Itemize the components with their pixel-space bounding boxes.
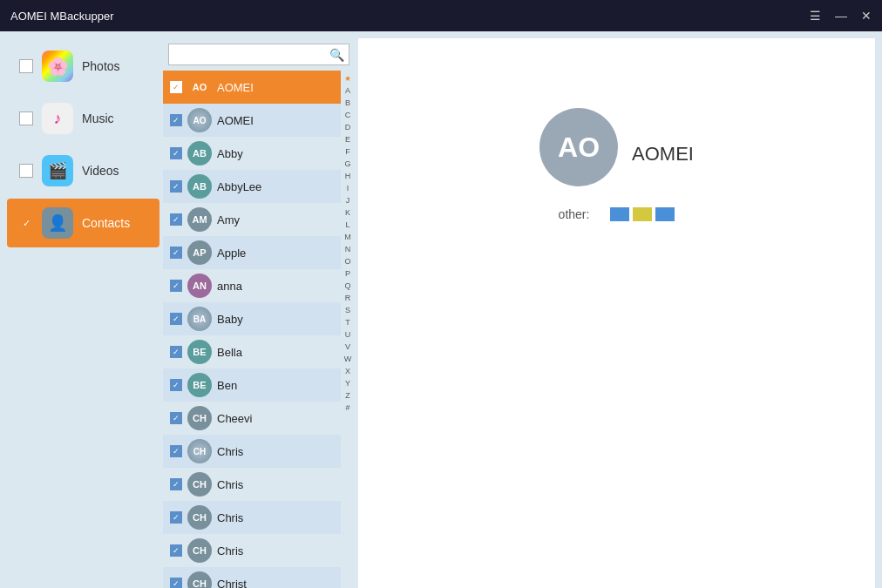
menu-icon[interactable]: ☰ [810,9,821,23]
sidebar: 🌸 Photos ♪ Music 🎬 Videos ✓ 👤 Contacts [7,38,159,588]
contact-avatar: BE [187,373,212,397]
detail-panel: AO AOMEI other: [358,38,875,588]
contact-checkbox[interactable]: ✓ [170,247,182,259]
contact-checkbox[interactable]: ✓ [170,346,182,358]
alpha-letter[interactable]: J [346,194,350,206]
contact-checkbox[interactable]: ✓ [170,213,182,226]
contact-checkbox[interactable]: ✓ [170,412,182,424]
search-input[interactable] [168,44,349,65]
contact-avatar: CH [187,472,212,497]
contacts-checkbox[interactable]: ✓ [19,216,33,230]
contact-avatar: AB [187,174,212,199]
alpha-letter[interactable]: T [345,316,350,328]
search-input-wrap: 🔍 [168,44,349,65]
sidebar-item-videos[interactable]: 🎬 Videos [7,146,159,195]
contact-checkbox[interactable]: ✓ [170,379,182,391]
alpha-letter[interactable]: K [345,206,350,219]
contact-item[interactable]: ✓BEBella [163,335,341,368]
detail-avatar: AO [539,108,618,186]
contact-avatar: AN [187,274,212,298]
alpha-letter[interactable]: X [345,365,350,377]
contact-item[interactable]: ✓CHChris [163,435,341,468]
contact-name: Chris [217,544,243,558]
contact-checkbox[interactable]: ✓ [170,180,182,193]
alpha-letter[interactable]: Q [344,280,350,292]
alpha-letter[interactable]: U [345,328,351,341]
contact-checkbox[interactable]: ✓ [170,511,182,524]
photos-checkbox[interactable] [19,59,33,73]
alpha-letter[interactable]: H [345,170,351,182]
contact-item[interactable]: ✓APApple [163,236,341,269]
contacts-icon: 👤 [42,207,73,239]
contact-item[interactable]: ✓CHChris [163,534,341,567]
photos-label: Photos [82,59,120,73]
music-checkbox[interactable] [19,112,33,125]
close-icon[interactable]: ✕ [861,9,872,23]
sidebar-item-contacts[interactable]: ✓ 👤 Contacts [7,199,159,247]
contact-item[interactable]: ✓ABAbbyLee [163,170,341,203]
alpha-letter[interactable]: ★ [344,72,351,84]
videos-checkbox[interactable] [19,164,33,178]
alpha-letter[interactable]: Z [345,389,350,402]
contact-checkbox[interactable]: ✓ [170,81,182,93]
alpha-letter[interactable]: O [344,255,350,267]
minimize-icon[interactable]: — [835,9,847,23]
contact-name: Ben [217,379,237,392]
contact-item[interactable]: ✓CHChris [163,468,341,501]
alphabet-index[interactable]: ★ABCDEFGHIJKLMNOPQRSTUVWXYZ# [341,71,355,588]
contacts-label: Contacts [82,216,130,230]
alpha-letter[interactable]: E [345,133,350,145]
sidebar-item-music[interactable]: ♪ Music [7,94,159,143]
alpha-letter[interactable]: A [345,84,350,97]
contact-checkbox[interactable]: ✓ [170,280,182,292]
alpha-letter[interactable]: G [344,158,350,170]
contact-avatar: BE [187,340,212,364]
contact-item[interactable]: ✓ANanna [163,269,341,302]
contact-name: Apple [217,247,246,260]
alpha-letter[interactable]: L [345,219,349,231]
contact-checkbox[interactable]: ✓ [170,478,182,490]
alpha-letter[interactable]: M [344,231,351,243]
contact-checkbox[interactable]: ✓ [170,578,182,588]
alpha-letter[interactable]: Y [345,377,350,389]
alpha-letter[interactable]: V [345,341,350,353]
alpha-letter[interactable]: W [344,353,352,365]
music-label: Music [82,112,114,125]
app-container: 🌸 Photos ♪ Music 🎬 Videos ✓ 👤 Contacts [0,31,882,588]
sidebar-item-photos[interactable]: 🌸 Photos [7,42,159,91]
alpha-letter[interactable]: # [345,402,349,414]
contact-item[interactable]: ✓BABaby [163,302,341,335]
contact-item[interactable]: ✓AOAOMEI [163,104,341,137]
contact-avatar: CH [187,406,212,430]
alpha-letter[interactable]: D [345,121,351,133]
contact-name: Baby [217,313,243,326]
contact-item[interactable]: ✓CHCheevi [163,402,341,435]
contact-item[interactable]: ✓CHChris [163,501,341,534]
alpha-letter[interactable]: C [345,109,351,121]
alpha-letter[interactable]: R [345,292,351,304]
contact-name: Bella [217,346,242,359]
contact-checkbox[interactable]: ✓ [170,544,182,557]
alpha-letter[interactable]: P [345,267,350,280]
alpha-letter[interactable]: N [345,243,351,255]
contact-checkbox[interactable]: ✓ [170,445,182,457]
contact-item[interactable]: ✓AMAmy [163,203,341,236]
contact-item[interactable]: ✓BEBen [163,368,341,402]
alpha-letter[interactable]: B [345,97,350,109]
search-icon[interactable]: 🔍 [329,48,344,62]
contact-item[interactable]: ✓AOAOMEI [163,71,341,104]
contact-name: AbbyLee [217,180,261,193]
alpha-letter[interactable]: S [345,304,350,316]
contact-checkbox[interactable]: ✓ [170,114,182,126]
contact-checkbox[interactable]: ✓ [170,313,182,325]
title-bar: AOMEI MBackupper ☰ — ✕ [0,0,882,31]
contact-checkbox[interactable]: ✓ [170,147,182,159]
photos-icon: 🌸 [42,51,73,82]
color-dots [610,207,675,221]
alpha-letter[interactable]: I [347,182,349,194]
videos-icon: 🎬 [42,155,73,186]
detail-other-row: other: [559,207,675,221]
alpha-letter[interactable]: F [345,145,350,158]
contact-item[interactable]: ✓ABAbby [163,137,341,170]
contact-item[interactable]: ✓CHChrist [163,567,341,588]
